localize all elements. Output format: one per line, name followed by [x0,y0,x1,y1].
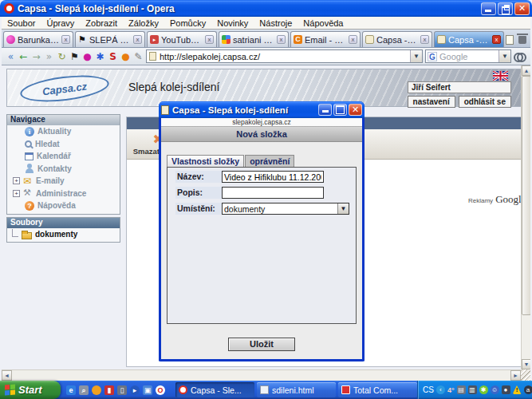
dialog-maximize-button[interactable] [333,104,347,116]
tab-barunka[interactable]: Barunka S... x [3,31,73,47]
forward-icon[interactable]: → [31,52,41,61]
tab-capsa-2-active[interactable]: Capsa - S... x [434,31,504,47]
search-input[interactable]: G Google ▼ [425,49,511,63]
expand-icon[interactable]: + [13,177,20,184]
tab-close-icon[interactable]: x [133,35,142,44]
opera-community-icon[interactable]: ● [120,52,131,61]
location-select[interactable]: dokumenty ▼ [222,203,349,215]
back-icon[interactable]: ← [18,52,29,61]
menu-upravy[interactable]: Úpravy [41,18,80,28]
close-button[interactable] [514,2,530,15]
sidebar-item-kalendar[interactable]: Kalendář [7,150,120,163]
scroll-down-icon[interactable]: ▼ [522,359,530,369]
sidebar-item-napoveda[interactable]: Nápověda [7,200,120,212]
sidebar-item-dokumenty[interactable]: dokumenty [7,228,120,241]
google-ads-label[interactable]: Reklamy Google [468,193,526,206]
sidebar-item-aktuality[interactable]: Aktuality [7,125,120,138]
new-page-icon[interactable] [506,35,514,45]
tab-close-icon[interactable]: x [492,35,501,44]
fast-forward-icon[interactable]: » [44,52,54,61]
menu-nastroje[interactable]: Nástroje [254,18,298,28]
tab-opravneni[interactable]: oprávnění [245,155,294,167]
tab-email[interactable]: Email - Ce... x [290,31,361,47]
reload-icon[interactable]: ↻ [57,52,67,61]
dialog-titlebar[interactable]: Capsa - Slepá kolej-sdílení [159,101,365,118]
quicklaunch-search-icon[interactable]: ⌕ [79,385,89,395]
quicklaunch-window-icon[interactable]: ▣ [143,385,152,395]
settings-button[interactable]: nastavení [408,96,455,108]
find-icon[interactable] [514,53,526,60]
quicklaunch-player-icon[interactable]: ▸ [130,385,140,395]
search-dropdown-icon[interactable]: ▼ [499,50,510,62]
tray-messenger-icon[interactable]: ☺ [491,385,499,394]
quicklaunch-opera-icon[interactable]: O [156,385,165,395]
tab-capsa-1[interactable]: Capsa - Sl... x [362,31,432,47]
menu-pomucky[interactable]: Pomůcky [164,18,211,28]
dialog-close-button[interactable] [349,104,362,116]
trash-icon[interactable] [518,36,526,44]
sidebar-item-hledat[interactable]: Hledat [7,138,120,151]
s-icon[interactable]: S [108,52,118,61]
sidebar-item-kontakty[interactable]: Kontakty [7,163,120,176]
tray-flower-icon[interactable]: ✱ [479,385,488,394]
horizontal-scrollbar[interactable]: ◄ ► [2,369,521,381]
tab-satriani[interactable]: satriani cry... x [219,31,289,47]
pencil-icon[interactable]: ✎ [133,52,144,61]
sidebar-item-administrace[interactable]: + Administrace [7,188,120,200]
tab-close-icon[interactable]: x [420,35,429,44]
menu-soubor[interactable]: Soubor [2,18,41,28]
quicklaunch-device-icon[interactable]: ▯ [117,385,127,395]
quicklaunch-media-icon[interactable]: ▮ [104,385,114,395]
tab-close-icon[interactable]: x [277,35,286,44]
sidebar-item-emaily[interactable]: + E-maily [7,175,120,188]
tab-close-icon[interactable]: x [349,35,357,44]
task-sdileni[interactable]: sdileni.html [257,382,336,397]
quicklaunch-sun-icon[interactable] [92,385,101,395]
tray-network-icon[interactable]: ▥ [468,385,477,394]
description-field[interactable] [222,187,324,199]
chevron-down-icon[interactable]: ▼ [337,203,349,214]
restore-button[interactable] [498,2,513,15]
menu-novinky[interactable]: Novinky [211,18,254,28]
tray-computer-icon[interactable]: ▤ [457,385,466,394]
dot-icon[interactable]: ● [82,52,93,61]
tray-app-icon[interactable]: ● [502,385,510,394]
tab-youtube[interactable]: YouTube -... x [147,31,217,47]
language-indicator[interactable]: CS [423,385,434,394]
resize-grip[interactable] [521,369,530,381]
gear-icon[interactable]: ✱ [95,52,105,61]
expand-icon[interactable]: + [13,190,20,197]
save-button[interactable]: Uložit [228,338,295,351]
tab-slepa-ko[interactable]: SLEPÁ KO... x [75,31,145,47]
capsa-logo[interactable]: Capsa.cz [19,71,111,105]
scroll-up-icon[interactable]: ▲ [522,65,530,76]
scroll-left-icon[interactable]: ◄ [2,370,12,381]
browser-titlebar[interactable]: Capsa - Slepá kolej-sdílení - Opera [0,0,532,17]
tab-close-icon[interactable]: x [205,35,214,44]
warning-icon[interactable]: ! [513,385,522,394]
address-input[interactable]: http://slepakolej.capsa.cz/ ▼ [146,49,423,63]
menu-napoveda[interactable]: Nápověda [298,18,349,28]
rewind-icon[interactable]: « [6,52,16,61]
scroll-right-icon[interactable]: ► [510,370,521,381]
menu-zobrazit[interactable]: Zobrazit [80,18,123,28]
tab-vlastnosti-slozky[interactable]: Vlastnosti složky [167,155,244,167]
scrollbar-thumb[interactable] [522,76,530,315]
task-total-commander[interactable]: Total Com... [338,382,417,397]
name-field[interactable] [222,171,324,183]
task-capsa[interactable]: Capsa - Sle... [175,382,254,397]
vertical-scrollbar[interactable]: ▲ ▼ [521,65,530,369]
flag-icon[interactable]: ⚑ [69,52,80,61]
uk-flag-icon[interactable] [493,71,508,81]
start-button[interactable]: Start [0,381,61,399]
address-dropdown-icon[interactable]: ▼ [410,50,422,62]
tray-weather[interactable]: 4° [447,386,455,394]
quicklaunch-browser-icon[interactable]: e [66,385,76,395]
tab-close-icon[interactable]: x [61,35,70,44]
dialog-minimize-button[interactable] [318,104,332,116]
minimize-button[interactable] [481,2,496,15]
tray-arrow-icon[interactable]: ‹ [436,385,445,394]
menu-zalozky[interactable]: Záložky [123,18,164,28]
logout-button[interactable]: odhlásit se [459,96,511,108]
tray-update-icon[interactable]: a [524,385,532,394]
